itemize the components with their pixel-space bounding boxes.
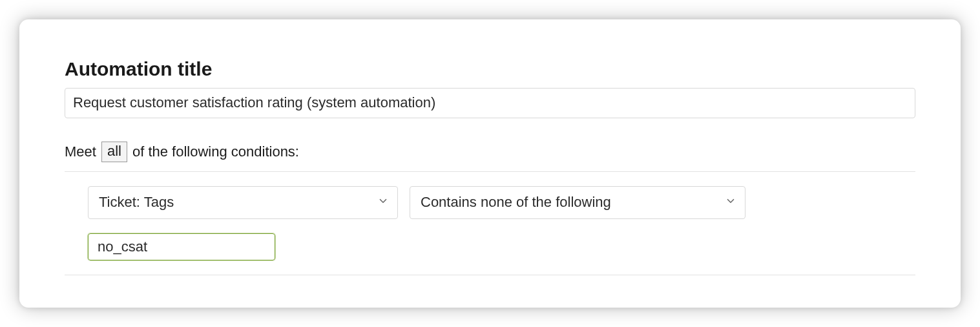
automation-card: Automation title Meet all of the followi… xyxy=(19,19,961,308)
condition-value-input[interactable]: no_csat xyxy=(88,233,275,261)
condition-operator-wrap: Contains none of the following xyxy=(410,186,745,219)
condition-field-select[interactable]: Ticket: Tags xyxy=(88,186,398,219)
condition-operator-select[interactable]: Contains none of the following xyxy=(410,186,745,219)
conditions-prefix: Meet xyxy=(65,143,96,160)
match-mode-selector[interactable]: all xyxy=(101,142,127,163)
conditions-header: Meet all of the following conditions: xyxy=(65,142,915,173)
condition-row: Ticket: Tags Contains none of the follow… xyxy=(88,186,915,219)
condition-field-wrap: Ticket: Tags xyxy=(88,186,398,219)
automation-title-label: Automation title xyxy=(65,58,915,80)
automation-title-input[interactable] xyxy=(65,88,915,118)
conditions-suffix: of the following conditions: xyxy=(132,143,299,160)
condition-rows: Ticket: Tags Contains none of the follow… xyxy=(65,172,915,275)
